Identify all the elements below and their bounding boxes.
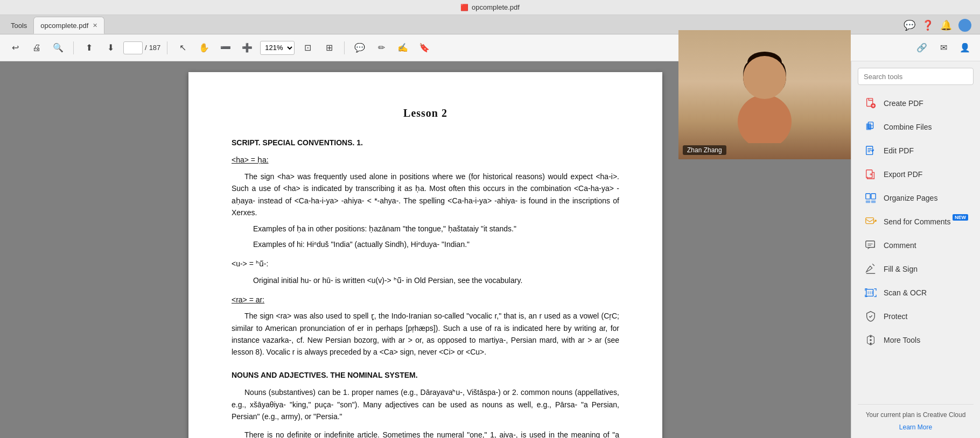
organize-pages-label: Organize Pages bbox=[884, 194, 937, 202]
fit-page-button[interactable]: ⊞ bbox=[320, 39, 338, 56]
zoom-select[interactable]: 50% 75% 100% 121% 150% 200% bbox=[260, 41, 295, 55]
stamp-button[interactable]: 🔖 bbox=[416, 39, 433, 56]
subsection1-label-text: <ha> = ḥa: bbox=[232, 156, 269, 164]
title-bar-text: 🟥 opcomplete.pdf bbox=[460, 3, 520, 11]
combine-files-label: Combine Files bbox=[884, 123, 932, 131]
export-pdf-icon bbox=[863, 167, 878, 182]
tool-item-send-for-comments[interactable]: Send for CommentsNEW bbox=[858, 210, 974, 234]
bell-icon[interactable]: 🔔 bbox=[940, 19, 952, 31]
draw-button[interactable]: ✍ bbox=[394, 39, 411, 56]
subsection1-body: The sign <ha> was frequently used alone … bbox=[232, 171, 619, 219]
send-for-comments-icon bbox=[863, 214, 878, 229]
share-button[interactable]: 👤 bbox=[956, 39, 974, 56]
pdf-tab[interactable]: opcomplete.pdf ✕ bbox=[33, 17, 104, 34]
sidebar-footer: Your current plan is Creative Cloud Lear… bbox=[858, 404, 974, 432]
fill-sign-label: Fill & Sign bbox=[884, 265, 918, 273]
tab-bar-right: 💬 ❓ 🔔 bbox=[904, 19, 980, 34]
svg-rect-10 bbox=[871, 201, 876, 203]
user-avatar[interactable] bbox=[958, 19, 971, 32]
tool-item-combine-files[interactable]: Combine Files bbox=[858, 115, 974, 139]
divider-2 bbox=[167, 41, 167, 54]
share-link-button[interactable]: 🔗 bbox=[913, 39, 930, 56]
tools-list: +Create PDFCombine FilesEdit PDFExport P… bbox=[858, 91, 974, 352]
comment-label: Comment bbox=[884, 241, 916, 250]
svg-rect-11 bbox=[866, 218, 874, 224]
tool-item-scan-ocr[interactable]: Scan & OCR bbox=[858, 281, 974, 305]
right-sidebar: +Create PDFCombine FilesEdit PDFExport P… bbox=[851, 61, 980, 438]
video-overlay: Zhan Zhang bbox=[678, 61, 851, 159]
svg-point-19 bbox=[775, 62, 786, 89]
tool-item-comment[interactable]: Comment bbox=[858, 234, 974, 257]
pdf-lesson-title: Lesson 2 bbox=[232, 104, 619, 122]
page-navigation: 21 / 187 bbox=[123, 41, 160, 54]
svg-point-17 bbox=[747, 61, 782, 73]
page-number-input[interactable]: 21 bbox=[123, 41, 143, 54]
tool-item-fill-sign[interactable]: Fill & Sign bbox=[858, 257, 974, 281]
tab-close-button[interactable]: ✕ bbox=[93, 22, 97, 29]
section2-body2: There is no definite or indefinite artic… bbox=[232, 429, 619, 438]
next-page-button[interactable]: ⬇ bbox=[102, 39, 119, 56]
marquee-zoom-button[interactable]: ⊡ bbox=[299, 39, 316, 56]
edit-pdf-icon bbox=[863, 143, 878, 158]
tools-tab-label: Tools bbox=[11, 22, 27, 30]
hand-tool-button[interactable]: ✋ bbox=[195, 39, 213, 56]
section2-heading: NOUNS AND ADJECTIVES. THE NOMINAL SYSTEM… bbox=[232, 369, 619, 381]
protect-icon bbox=[863, 309, 878, 324]
chat-icon[interactable]: 💬 bbox=[904, 19, 915, 31]
export-pdf-label: Export PDF bbox=[884, 170, 922, 179]
tools-tab[interactable]: Tools bbox=[4, 17, 33, 34]
more-tools-icon bbox=[863, 333, 878, 348]
search-tools-input[interactable] bbox=[858, 68, 974, 85]
svg-text:+: + bbox=[872, 103, 874, 109]
scan-ocr-label: Scan & OCR bbox=[884, 288, 927, 297]
pdf-page: Lesson 2 SCRIPT. SPECIAL CONVENTIONS. 1.… bbox=[188, 72, 662, 438]
tool-item-protect[interactable]: Protect bbox=[858, 305, 974, 328]
window-title: opcomplete.pdf bbox=[472, 3, 520, 11]
subsection2-label-text: <u-> = ʰū̆-: bbox=[232, 259, 268, 268]
subsection1-label: <ha> = ḥa: bbox=[232, 154, 619, 166]
help-icon[interactable]: ❓ bbox=[922, 19, 934, 31]
subsection2-body: Original initial hu- or hū- is written <… bbox=[253, 274, 619, 286]
combine-files-icon bbox=[863, 119, 878, 135]
svg-point-15 bbox=[747, 61, 782, 95]
comment-button[interactable]: 💬 bbox=[351, 39, 368, 56]
svg-point-12 bbox=[874, 220, 877, 222]
zoom-in-button[interactable]: ➕ bbox=[239, 39, 256, 56]
highlight-button[interactable]: ✏ bbox=[373, 39, 390, 56]
back-button[interactable]: ↩ bbox=[6, 39, 24, 56]
svg-rect-9 bbox=[866, 201, 870, 203]
video-name-tag: Zhan Zhang bbox=[683, 145, 726, 155]
prev-page-button[interactable]: ⬆ bbox=[80, 39, 97, 56]
zoom-out-button[interactable]: ➖ bbox=[217, 39, 234, 56]
learn-more-link[interactable]: Learn More bbox=[899, 423, 932, 431]
example2: Examples of hi: Hiⁿduš "India" (actually… bbox=[253, 238, 619, 250]
create-pdf-label: Create PDF bbox=[884, 99, 923, 108]
divider-1 bbox=[73, 41, 74, 54]
tool-item-more-tools[interactable]: More Tools bbox=[858, 328, 974, 352]
organize-pages-icon bbox=[863, 190, 878, 206]
total-pages: 187 bbox=[149, 44, 161, 52]
comment-icon bbox=[863, 238, 878, 253]
create-pdf-icon: + bbox=[863, 96, 878, 111]
tool-item-create-pdf[interactable]: +Create PDF bbox=[858, 91, 974, 115]
tool-item-edit-pdf[interactable]: Edit PDF bbox=[858, 139, 974, 163]
print-button[interactable]: 🖨 bbox=[28, 39, 45, 56]
divider-3 bbox=[344, 41, 345, 54]
main-area: Lesson 2 SCRIPT. SPECIAL CONVENTIONS. 1.… bbox=[0, 61, 980, 438]
send-for-comments-label: Send for Comments bbox=[884, 217, 951, 226]
protect-label: Protect bbox=[884, 312, 907, 321]
tool-item-export-pdf[interactable]: Export PDF bbox=[858, 163, 974, 186]
pdf-icon: 🟥 bbox=[460, 4, 468, 11]
page-separator: / bbox=[145, 44, 147, 52]
more-tools-label: More Tools bbox=[884, 336, 920, 344]
section2-body1: Nouns (substantives) can be 1. proper na… bbox=[232, 386, 619, 422]
title-bar: 🟥 opcomplete.pdf bbox=[0, 0, 980, 15]
video-person bbox=[678, 61, 851, 159]
send-email-button[interactable]: ✉ bbox=[935, 39, 952, 56]
tool-item-organize-pages[interactable]: Organize Pages bbox=[858, 186, 974, 210]
cursor-tool-button[interactable]: ↖ bbox=[174, 39, 191, 56]
scan-ocr-icon bbox=[863, 285, 878, 300]
person-silhouette bbox=[732, 61, 797, 143]
subsection3-label-text: <ra> = ar: bbox=[232, 295, 264, 304]
search-button[interactable]: 🔍 bbox=[50, 39, 67, 56]
